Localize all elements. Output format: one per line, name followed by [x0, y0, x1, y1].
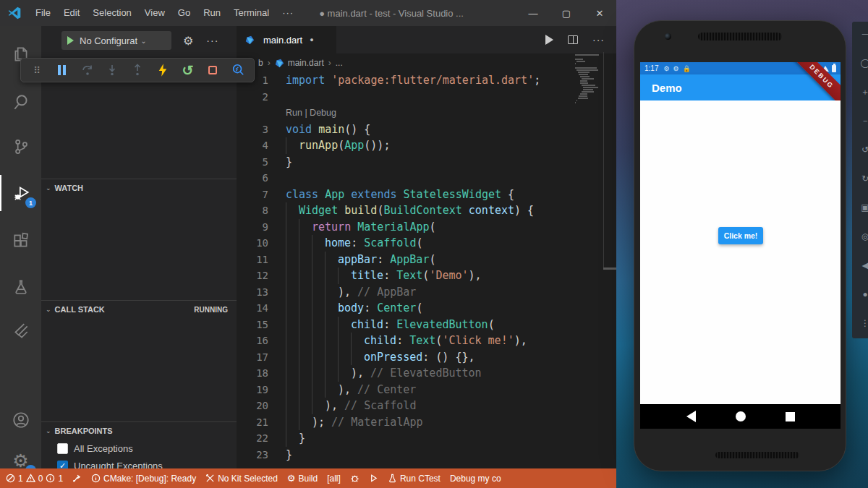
click-me-button[interactable]: Click me!: [718, 227, 763, 244]
sidebar-item-run-debug[interactable]: 1: [0, 175, 41, 211]
minimize-button[interactable]: —: [516, 0, 550, 26]
breakpoints-header[interactable]: ⌄ BREAKPOINTS: [41, 422, 237, 440]
emulator-minimize-icon[interactable]: ─: [859, 27, 868, 40]
emulator-more-icon[interactable]: ⋮: [859, 317, 868, 330]
menu-file[interactable]: File: [29, 0, 57, 26]
home-icon[interactable]: [736, 411, 746, 421]
split-editor-button[interactable]: [568, 35, 578, 44]
code-line[interactable]: 17onPressed: () {},: [237, 349, 569, 366]
unsaved-dot-icon[interactable]: ●: [310, 36, 313, 43]
hot-reload-button[interactable]: [154, 61, 171, 79]
emulator-rotate-right-icon[interactable]: ↻: [859, 172, 868, 185]
appbar-title: Demo: [652, 82, 682, 94]
menu-run[interactable]: Run: [197, 0, 227, 26]
breadcrumb-separator: ›: [268, 58, 271, 68]
sidebar-item-extensions[interactable]: [0, 223, 41, 259]
tab-main-dart[interactable]: main.dart ●: [237, 26, 336, 53]
code-line[interactable]: 1import 'package:flutter/material.dart';: [237, 72, 569, 89]
cmake-kit[interactable]: No Kit Selected: [205, 474, 278, 484]
watch-header[interactable]: ⌄ WATCH: [41, 179, 237, 197]
flask-icon: [388, 474, 397, 483]
cmake-build-button[interactable]: ⚙ Build: [287, 473, 318, 484]
cmake-status[interactable]: CMake: [Debug]: Ready: [91, 474, 196, 484]
debug-views-more-icon[interactable]: ···: [206, 35, 218, 46]
debug-target-button[interactable]: [350, 474, 359, 483]
breakpoint-all-exceptions[interactable]: All Exceptions: [57, 440, 237, 457]
emulator-rotate-left-icon[interactable]: ↺: [859, 143, 868, 156]
sidebar-item-search[interactable]: [0, 84, 41, 120]
launch-config-dropdown[interactable]: No Configurat ⌄: [61, 31, 171, 50]
sidebar-item-testing[interactable]: [0, 269, 41, 305]
code-line[interactable]: 8Widget build(BuildContext context) {: [237, 202, 569, 219]
code-line[interactable]: 14body: Center(: [237, 300, 569, 317]
code-line[interactable]: 9return MaterialApp(: [237, 219, 569, 236]
widget-inspector-button[interactable]: [229, 61, 247, 79]
sidebar-item-flutter[interactable]: [0, 314, 41, 350]
codelens-run-debug[interactable]: Run | Debug: [237, 105, 569, 121]
recents-icon[interactable]: [786, 412, 795, 421]
code-line[interactable]: 21); // MaterialApp: [237, 414, 569, 431]
code-line[interactable]: 18), // ElevatedButton: [237, 365, 569, 382]
back-icon[interactable]: [686, 411, 696, 422]
breadcrumb[interactable]: b › main.dart › ...: [237, 53, 616, 72]
breadcrumb-file[interactable]: main.dart: [288, 58, 324, 68]
emulator-back-icon[interactable]: ◀: [859, 259, 868, 272]
debug-config-status[interactable]: Debug my co: [450, 474, 501, 484]
launch-target-button[interactable]: [369, 474, 378, 483]
sidebar-item-accounts[interactable]: [0, 402, 41, 438]
code-line[interactable]: 23}: [237, 447, 569, 463]
emulator-volume-down-icon[interactable]: －: [859, 114, 868, 127]
menu-overflow[interactable]: ···: [276, 0, 300, 26]
run-file-button[interactable]: [545, 35, 553, 45]
breadcrumb-symbol[interactable]: ...: [336, 58, 343, 68]
menu-selection[interactable]: Selection: [86, 0, 137, 26]
minimap[interactable]: [575, 52, 604, 117]
build-target[interactable]: [all]: [327, 474, 341, 484]
code-line[interactable]: 13), // AppBar: [237, 284, 569, 301]
gear-icon: ⚙: [673, 65, 679, 72]
menu-view[interactable]: View: [138, 0, 171, 26]
scrollbar-handle[interactable]: [603, 267, 616, 270]
menu-terminal[interactable]: Terminal: [227, 0, 276, 26]
emulator-volume-up-icon[interactable]: ＋: [859, 85, 868, 98]
code-line[interactable]: 6: [237, 170, 569, 187]
checkbox-unchecked[interactable]: [57, 443, 68, 454]
emulator-home-icon[interactable]: ●: [859, 288, 868, 301]
stop-button[interactable]: [204, 61, 221, 79]
ctest-button[interactable]: Run CTest: [388, 474, 441, 484]
menu-go[interactable]: Go: [171, 0, 197, 26]
step-over-button[interactable]: [79, 61, 96, 79]
pause-button[interactable]: [54, 61, 71, 79]
drag-handle-icon[interactable]: ⠿: [28, 61, 46, 79]
call-stack-header[interactable]: ⌄ CALL STACK RUNNING: [41, 301, 237, 318]
code-line[interactable]: 15child: ElevatedButton(: [237, 317, 569, 333]
step-out-button[interactable]: [129, 61, 146, 79]
code-line[interactable]: 11appBar: AppBar(: [237, 252, 569, 268]
code-line[interactable]: 16child: Text('Click me!'),: [237, 333, 569, 349]
code-line[interactable]: 19), // Center: [237, 382, 569, 398]
menu-edit[interactable]: Edit: [57, 0, 86, 26]
maximize-button[interactable]: ▢: [550, 0, 583, 26]
debug-launch-indicator[interactable]: [72, 474, 82, 483]
emulator-screenshot-icon[interactable]: ▣: [859, 201, 868, 214]
start-debug-icon[interactable]: [67, 36, 74, 45]
close-button[interactable]: ✕: [583, 0, 616, 26]
restart-button[interactable]: ↺: [179, 61, 197, 79]
code-line[interactable]: 3void main() {: [237, 121, 569, 138]
breadcrumb-folder[interactable]: b: [258, 58, 263, 68]
code-line[interactable]: 12title: Text('Demo'),: [237, 267, 569, 284]
code-line[interactable]: 5}: [237, 154, 569, 171]
code-line[interactable]: 2: [237, 89, 569, 106]
problems-indicator[interactable]: 1 0 1: [6, 474, 63, 484]
step-into-button[interactable]: [103, 61, 121, 79]
code-line[interactable]: 4runApp(App());: [237, 137, 569, 154]
code-line[interactable]: 7class App extends StatelessWidget {: [237, 187, 569, 203]
emulator-power-icon[interactable]: ◯: [859, 56, 868, 69]
code-line[interactable]: 20), // Scaffold: [237, 398, 569, 414]
code-line[interactable]: 10home: Scaffold(: [237, 235, 569, 252]
code-line[interactable]: 22}: [237, 430, 569, 447]
editor-more-actions[interactable]: ···: [592, 34, 605, 46]
emulator-zoom-icon[interactable]: ◎: [859, 230, 868, 243]
configure-gear-icon[interactable]: ⚙: [183, 34, 193, 48]
sidebar-item-source-control[interactable]: [0, 129, 41, 165]
